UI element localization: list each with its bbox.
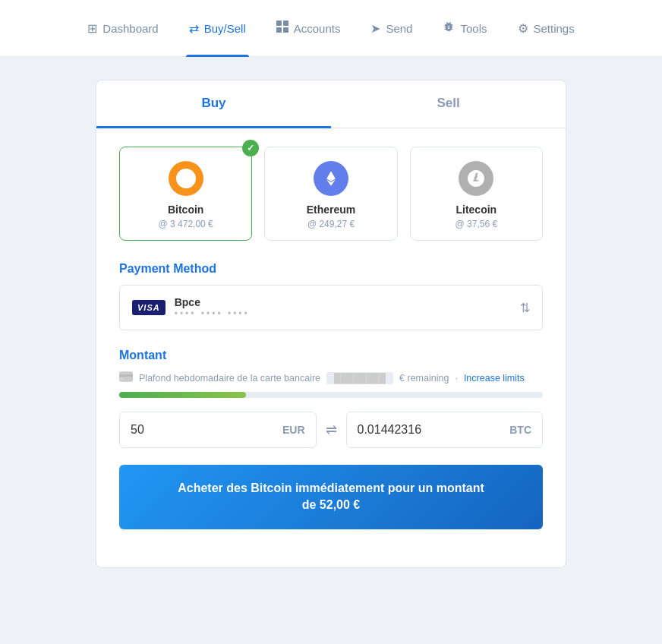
buysell-icon: ⇄ (189, 21, 199, 36)
nav-item-dashboard[interactable]: ⊞ Dashboard (84, 0, 161, 57)
svg-rect-2 (276, 27, 282, 33)
nav-label-send: Send (386, 22, 412, 35)
nav-label-settings: Settings (534, 22, 575, 35)
montant-label: Montant (119, 349, 543, 362)
ethereum-price: @ 249,27 € (274, 219, 387, 229)
send-icon: ➤ (370, 21, 380, 36)
increase-limits-link[interactable]: Increase limits (464, 373, 525, 384)
limit-amount: ████████ (326, 372, 393, 384)
nav-label-tools: Tools (460, 22, 487, 35)
tools-icon (443, 21, 455, 36)
eur-label: EUR (282, 424, 305, 436)
nav-item-send[interactable]: ➤ Send (367, 0, 415, 57)
litecoin-icon (459, 161, 493, 196)
buy-button[interactable]: Acheter des Bitcoin immédiatement pour u… (119, 465, 543, 529)
nav-item-accounts[interactable]: Accounts (273, 0, 344, 57)
buy-button-label: Acheter des Bitcoin immédiatement pour u… (178, 481, 484, 511)
swap-icon: ⇌ (326, 421, 337, 438)
svg-rect-5 (119, 374, 133, 377)
litecoin-name: Litecoin (420, 204, 533, 216)
main-content: Buy Sell ✓ Bitcoin @ 3 472,00 € (0, 57, 662, 591)
limit-row: Plafond hebdomadaire de la carte bancair… (119, 371, 543, 384)
progress-bar (119, 392, 543, 398)
btc-label: BTC (509, 424, 531, 436)
payment-info: Bpce •••• •••• •••• (175, 296, 250, 319)
navigation: ⊞ Dashboard ⇄ Buy/Sell Accounts ➤ Send T… (0, 0, 662, 57)
ethereum-icon (314, 161, 348, 196)
limit-text: Plafond hebdomadaire de la carte bancair… (139, 373, 320, 384)
selected-check-icon: ✓ (242, 140, 259, 156)
bitcoin-price: @ 3 472,00 € (129, 219, 242, 229)
remaining-text: € remaining (399, 373, 449, 384)
bitcoin-name: Bitcoin (129, 204, 242, 216)
buy-sell-card: Buy Sell ✓ Bitcoin @ 3 472,00 € (96, 80, 566, 568)
btc-value: 0.01442316 (358, 423, 422, 437)
tab-buy[interactable]: Buy (96, 80, 331, 128)
ethereum-name: Ethereum (274, 204, 387, 216)
chevron-updown-icon: ⇅ (520, 301, 530, 315)
btc-output-box: 0.01442316 BTC (346, 412, 544, 448)
nav-item-settings[interactable]: ⚙ Settings (515, 0, 578, 57)
settings-icon: ⚙ (518, 21, 528, 36)
crypto-option-litecoin[interactable]: Litecoin @ 37,56 € (410, 147, 543, 241)
nav-label-buysell: Buy/Sell (204, 22, 246, 35)
svg-rect-0 (276, 21, 282, 26)
payment-left: VISA Bpce •••• •••• •••• (132, 296, 250, 319)
crypto-option-ethereum[interactable]: Ethereum @ 249,27 € (264, 147, 397, 241)
progress-fill (119, 392, 246, 398)
litecoin-price: @ 37,56 € (420, 219, 533, 229)
dashboard-icon: ⊞ (87, 21, 97, 36)
nav-label-accounts: Accounts (294, 22, 341, 35)
payment-method-section: Payment Method VISA Bpce •••• •••• •••• … (119, 262, 543, 330)
svg-rect-1 (283, 21, 288, 26)
eur-input-box: EUR (119, 412, 317, 448)
tab-bar: Buy Sell (96, 80, 566, 128)
nav-label-dashboard: Dashboard (102, 22, 158, 35)
eur-input[interactable] (131, 423, 276, 437)
crypto-option-bitcoin[interactable]: ✓ Bitcoin @ 3 472,00 € (119, 147, 252, 241)
svg-rect-3 (283, 27, 288, 33)
payment-method-label: Payment Method (119, 262, 543, 276)
montant-section: Montant Plafond hebdomadaire de la carte… (119, 349, 543, 529)
visa-logo: VISA (132, 300, 166, 315)
accounts-icon (276, 21, 288, 36)
bitcoin-icon (169, 161, 203, 196)
crypto-options: ✓ Bitcoin @ 3 472,00 € Et (119, 147, 543, 241)
nav-item-tools[interactable]: Tools (440, 0, 490, 57)
nav-item-buysell[interactable]: ⇄ Buy/Sell (186, 0, 249, 57)
tab-sell[interactable]: Sell (331, 80, 566, 128)
payment-selector[interactable]: VISA Bpce •••• •••• •••• ⇅ (119, 285, 543, 330)
card-body: ✓ Bitcoin @ 3 472,00 € Et (96, 128, 566, 567)
bank-name: Bpce (175, 296, 250, 308)
card-number: •••• •••• •••• (175, 308, 250, 319)
svg-rect-6 (121, 378, 124, 380)
credit-card-icon (119, 371, 133, 384)
amount-row: EUR ⇌ 0.01442316 BTC (119, 412, 543, 448)
